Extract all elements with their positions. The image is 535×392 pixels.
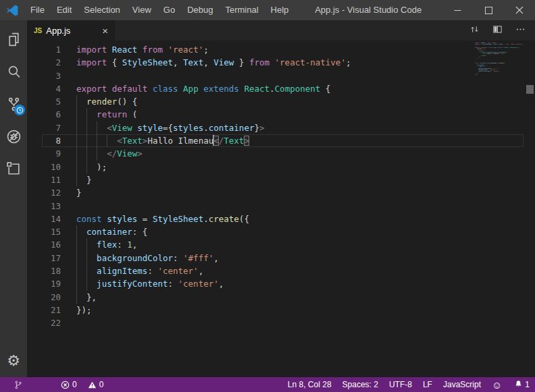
code-line[interactable]: 5 render() { <box>27 95 535 108</box>
debug-icon[interactable] <box>0 120 27 152</box>
line-number[interactable]: 12 <box>27 186 61 199</box>
search-icon[interactable] <box>0 55 27 88</box>
line-content: }); <box>61 304 535 316</box>
status-eol[interactable]: LF <box>417 380 438 389</box>
notifications[interactable]: 1 <box>507 379 530 391</box>
code-lines[interactable]: 1import React from 'react';2import { Sty… <box>27 40 535 377</box>
scrollbar-thumb[interactable] <box>526 85 534 94</box>
line-content <box>61 69 535 82</box>
tab-appjs[interactable]: JS App.js × <box>27 20 115 40</box>
line-number[interactable]: 10 <box>27 161 61 173</box>
status-right: Ln 8, Col 28Spaces: 2UTF-8LFJavaScript ☺… <box>282 379 530 391</box>
line-number[interactable]: 13 <box>27 200 61 213</box>
status-left: 0 0 <box>8 380 109 390</box>
code-line[interactable]: 1import React from 'react'; <box>27 43 535 56</box>
indent-guide <box>76 95 77 108</box>
line-number[interactable]: 20 <box>27 291 61 304</box>
indent-guide <box>86 238 87 251</box>
explorer-icon[interactable] <box>0 23 27 55</box>
minimap[interactable]: import React from 'react';import { Style… <box>475 43 524 78</box>
status-language-mode[interactable]: JavaScript <box>438 380 486 389</box>
line-content: container: { <box>61 225 535 238</box>
line-number[interactable]: 4 <box>27 82 61 95</box>
line-number[interactable]: 21 <box>27 304 61 316</box>
line-number[interactable]: 1 <box>27 43 61 56</box>
indent-guide <box>86 147 87 160</box>
menu-selection[interactable]: Selection <box>78 0 126 20</box>
code-line[interactable]: 11 } <box>27 173 535 186</box>
line-number[interactable]: 15 <box>27 225 61 238</box>
maximize-icon[interactable] <box>473 0 504 20</box>
line-number[interactable]: 18 <box>27 264 61 277</box>
menu-file[interactable]: File <box>24 0 51 20</box>
more-actions-icon[interactable] <box>515 24 526 38</box>
menu-terminal[interactable]: Terminal <box>219 0 264 20</box>
indent-guide <box>86 134 87 147</box>
indent-guide <box>86 108 87 121</box>
activity-bar: ⚙ <box>0 20 27 377</box>
code-line[interactable]: 20 }, <box>27 291 535 304</box>
status-encoding[interactable]: UTF-8 <box>384 380 417 389</box>
code-line[interactable]: 6 return ( <box>27 108 535 121</box>
line-number[interactable]: 14 <box>27 213 61 225</box>
code-line[interactable]: 3 <box>27 69 535 82</box>
js-file-icon: JS <box>34 27 42 34</box>
code-line[interactable]: 9 </View> <box>27 147 535 160</box>
feedback-smiley-icon[interactable]: ☺ <box>486 380 507 390</box>
line-number[interactable]: 22 <box>27 316 61 329</box>
minimize-icon[interactable] <box>442 0 473 20</box>
git-branch-icon[interactable] <box>8 380 28 390</box>
open-changes-icon[interactable] <box>469 24 480 38</box>
line-number[interactable]: 9 <box>27 147 61 160</box>
code-line[interactable]: 12} <box>27 186 535 199</box>
code-line[interactable]: 14const styles = StyleSheet.create({ <box>27 213 535 225</box>
menu-debug[interactable]: Debug <box>181 0 219 20</box>
line-number[interactable]: 11 <box>27 173 61 186</box>
line-number[interactable]: 8 <box>27 134 61 147</box>
line-content: <Text>Hallo Ilmenau</Text> <box>61 134 535 147</box>
code-line[interactable]: 8 <Text>Hallo Ilmenau</Text> <box>27 134 535 147</box>
code-line[interactable]: 13 <box>27 200 535 213</box>
code-line[interactable]: 7 <View style={styles.container}> <box>27 121 535 134</box>
line-number[interactable]: 6 <box>27 108 61 121</box>
settings-gear-icon[interactable]: ⚙ <box>0 345 27 377</box>
code-line[interactable]: 17 backgroundColor: '#fff', <box>27 252 535 264</box>
code-line[interactable]: 4export default class App extends React.… <box>27 82 535 95</box>
line-number[interactable]: 7 <box>27 121 61 134</box>
status-indentation[interactable]: Spaces: 2 <box>337 380 384 389</box>
code-line[interactable]: 10 ); <box>27 161 535 173</box>
extensions-icon[interactable] <box>0 152 27 185</box>
tab-close-icon[interactable]: × <box>102 26 108 36</box>
line-number[interactable]: 16 <box>27 238 61 251</box>
code-line[interactable]: 15 container: { <box>27 225 535 238</box>
indent-guide <box>76 121 77 134</box>
line-number[interactable]: 3 <box>27 69 61 82</box>
problems-errors[interactable]: 0 <box>55 380 82 389</box>
menu-help[interactable]: Help <box>265 0 295 20</box>
line-number[interactable]: 2 <box>27 56 61 69</box>
indent-guide <box>76 277 77 290</box>
code-line[interactable]: 16 flex: 1, <box>27 238 535 251</box>
close-icon[interactable] <box>504 0 535 20</box>
line-content <box>61 200 535 213</box>
editor[interactable]: 1import React from 'react';2import { Sty… <box>27 40 535 377</box>
menu-go[interactable]: Go <box>157 0 181 20</box>
problems-warnings[interactable]: 0 <box>82 380 109 389</box>
line-number[interactable]: 17 <box>27 252 61 264</box>
code-line[interactable]: 21}); <box>27 304 535 316</box>
line-number[interactable]: 19 <box>27 277 61 290</box>
vertical-scrollbar[interactable] <box>525 40 535 377</box>
code-line[interactable]: 18 alignItems: 'center', <box>27 264 535 277</box>
code-line[interactable]: 2import { StyleSheet, Text, View } from … <box>27 56 535 69</box>
indent-guide <box>76 252 77 264</box>
status-cursor-position[interactable]: Ln 8, Col 28 <box>282 380 337 389</box>
line-number[interactable]: 5 <box>27 95 61 108</box>
code-line[interactable]: 22 <box>27 316 535 329</box>
menu-bar: FileEditSelectionViewGoDebugTerminalHelp <box>24 0 295 20</box>
split-editor-icon[interactable] <box>492 24 503 38</box>
menu-edit[interactable]: Edit <box>51 0 78 20</box>
code-line[interactable]: 19 justifyContent: 'center', <box>27 277 535 290</box>
indent-guide <box>86 161 87 173</box>
source-control-icon[interactable] <box>0 88 27 120</box>
menu-view[interactable]: View <box>126 0 157 20</box>
